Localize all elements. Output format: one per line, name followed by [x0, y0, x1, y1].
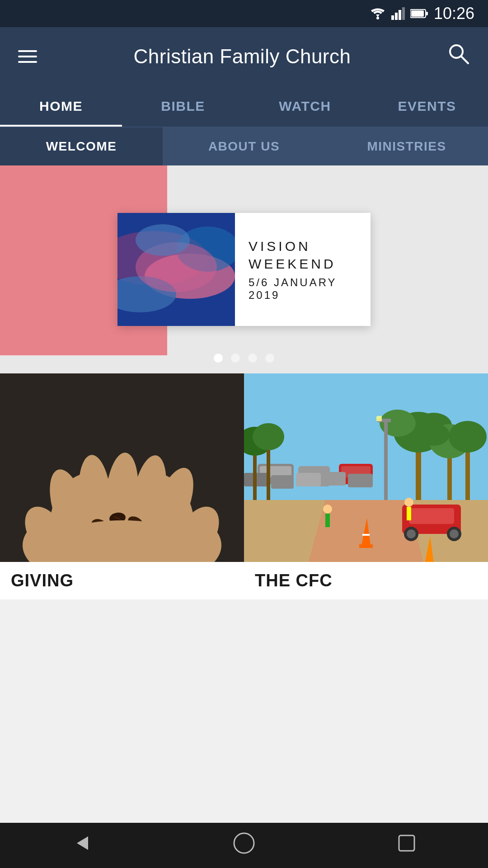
dot-4[interactable]: [265, 354, 274, 363]
svg-rect-7: [426, 12, 428, 15]
svg-rect-74: [325, 514, 330, 527]
tab-home[interactable]: HOME: [0, 86, 122, 127]
svg-point-87: [234, 833, 254, 853]
cfc-card[interactable]: THE CFC: [244, 373, 488, 599]
svg-line-9: [461, 56, 468, 63]
status-icons: 10:26: [370, 4, 474, 23]
svg-rect-56: [376, 416, 382, 421]
svg-rect-81: [348, 474, 373, 487]
bottom-navigation: [0, 823, 488, 868]
back-button[interactable]: [52, 827, 111, 863]
svg-point-73: [323, 505, 332, 514]
recent-button[interactable]: [377, 827, 436, 863]
svg-point-67: [450, 529, 459, 538]
vision-date: 5/6 JANUARY 2019: [249, 276, 357, 302]
svg-point-85: [253, 423, 284, 450]
carousel-indicators: [214, 354, 274, 363]
svg-rect-1: [391, 15, 394, 20]
search-button[interactable]: [447, 42, 470, 71]
svg-rect-2: [395, 13, 398, 20]
svg-point-53: [449, 421, 487, 453]
vision-text-block: VISION WEEKEND 5/6 JANUARY 2019: [235, 228, 371, 311]
svg-rect-70: [362, 534, 370, 536]
subnav-ministries[interactable]: MINISTRIES: [325, 127, 488, 165]
giving-card[interactable]: GIVING: [0, 373, 244, 599]
giving-label: GIVING: [0, 562, 244, 599]
vision-title: VISION WEEKEND: [249, 237, 357, 273]
status-bar: 10:26: [0, 0, 488, 27]
svg-rect-63: [409, 508, 454, 524]
tab-events[interactable]: EVENTS: [366, 86, 488, 127]
giving-image: GIVING: [0, 373, 244, 599]
home-button[interactable]: [215, 827, 273, 863]
clock: 10:26: [434, 4, 474, 23]
menu-button[interactable]: [18, 50, 37, 63]
subnav-welcome[interactable]: WELCOME: [0, 127, 163, 165]
svg-rect-54: [384, 419, 388, 500]
svg-marker-86: [77, 836, 88, 850]
svg-rect-69: [359, 544, 373, 548]
svg-point-51: [418, 423, 450, 446]
svg-rect-6: [411, 10, 424, 17]
hero-banner: VISION WEEKEND 5/6 JANUARY 2019: [0, 165, 488, 373]
subnav-about-us[interactable]: ABOUT US: [163, 127, 325, 165]
app-title: Christian Family Church: [134, 45, 351, 68]
tab-bible[interactable]: BIBLE: [122, 86, 244, 127]
svg-rect-76: [407, 507, 411, 520]
dot-2[interactable]: [231, 354, 240, 363]
tab-watch[interactable]: WATCH: [244, 86, 366, 127]
content-cards: GIVING: [0, 373, 488, 599]
svg-point-75: [404, 498, 413, 507]
parking-image: THE CFC: [244, 373, 488, 599]
sub-navigation: WELCOME ABOUT US MINISTRIES: [0, 127, 488, 165]
svg-point-65: [407, 529, 416, 538]
svg-rect-4: [402, 7, 405, 20]
signal-icon: [391, 7, 405, 20]
dot-1[interactable]: [214, 354, 223, 363]
battery-icon: [410, 9, 428, 19]
app-header: Christian Family Church: [0, 27, 488, 86]
svg-rect-80: [323, 472, 346, 486]
svg-point-16: [136, 224, 190, 256]
dot-3[interactable]: [248, 354, 257, 363]
svg-rect-3: [399, 10, 401, 20]
svg-rect-88: [399, 835, 414, 851]
svg-rect-78: [271, 475, 294, 489]
wifi-icon: [370, 7, 386, 20]
svg-point-0: [376, 17, 379, 19]
cfc-label: THE CFC: [244, 562, 488, 599]
vision-weekend-card[interactable]: VISION WEEKEND 5/6 JANUARY 2019: [117, 213, 371, 326]
vision-image: [117, 213, 235, 326]
main-navigation: HOME BIBLE WATCH EVENTS: [0, 86, 488, 127]
svg-rect-79: [296, 473, 321, 486]
